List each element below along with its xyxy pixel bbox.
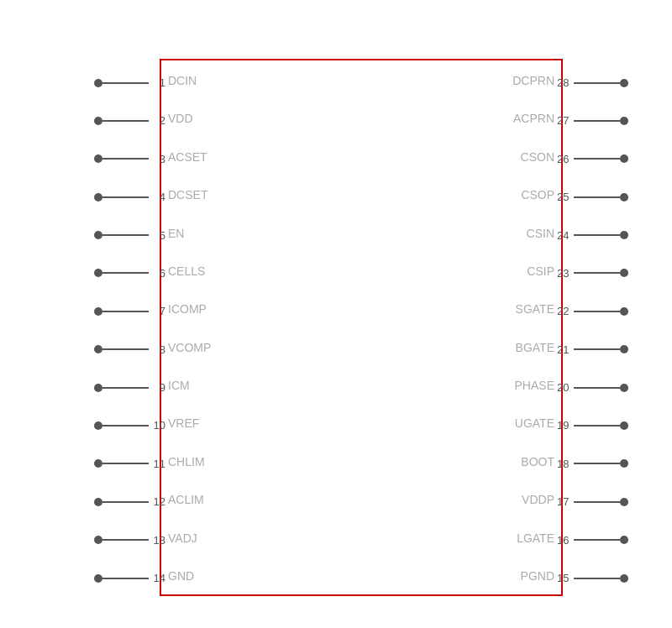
- left-pin-4: 4: [94, 191, 167, 203]
- pin-dot: [94, 79, 102, 87]
- left-pin-7: 7: [94, 305, 167, 317]
- pin-line: [574, 234, 620, 236]
- pin-line: [574, 272, 620, 274]
- pin-label-boot: BOOT: [521, 455, 554, 468]
- pin-label-gnd: GND: [168, 569, 194, 583]
- left-pin-2: 2: [94, 114, 167, 127]
- pin-dot: [94, 574, 102, 583]
- pin-label-ugate: UGATE: [515, 416, 554, 430]
- pin-line: [574, 539, 620, 541]
- pin-number: 16: [557, 534, 574, 547]
- pin-dot: [620, 117, 628, 125]
- pin-dot: [94, 231, 102, 239]
- right-pin-20: 20: [555, 381, 628, 394]
- pin-label-vdd: VDD: [168, 112, 193, 125]
- pin-number: 17: [557, 495, 574, 508]
- pin-number: 24: [557, 229, 574, 242]
- left-pin-13: 13: [94, 534, 167, 547]
- pin-number: 13: [149, 534, 165, 547]
- pin-line: [574, 120, 620, 122]
- pin-line: [574, 387, 620, 389]
- pin-label-dcprn: DCPRN: [512, 74, 554, 87]
- pin-line: [102, 196, 149, 198]
- pin-number: 2: [149, 114, 165, 127]
- pin-label-dcin: DCIN: [168, 74, 197, 87]
- right-pin-24: 24: [555, 229, 628, 242]
- pin-number: 19: [557, 419, 574, 432]
- pin-label-bgate: BGATE: [516, 341, 554, 354]
- pin-line: [574, 348, 620, 350]
- pin-label-en: EN: [168, 227, 184, 240]
- pin-number: 18: [557, 458, 574, 470]
- right-pin-26: 26: [555, 153, 628, 165]
- pin-dot: [94, 345, 102, 353]
- pin-number: 10: [149, 419, 165, 432]
- pin-number: 14: [149, 572, 165, 584]
- right-pin-18: 18: [555, 458, 628, 470]
- pin-number: 21: [557, 343, 574, 356]
- pin-dot: [620, 459, 628, 468]
- right-pin-28: 28: [555, 76, 628, 89]
- pin-label-sgate: SGATE: [516, 302, 554, 316]
- pin-label-icm: ICM: [168, 379, 190, 392]
- pin-dot: [94, 459, 102, 468]
- pin-line: [102, 272, 149, 274]
- pin-label-vddp: VDDP: [522, 493, 554, 506]
- pin-label-cson: CSON: [521, 150, 554, 164]
- pin-dot: [620, 154, 628, 163]
- left-pin-12: 12: [94, 495, 167, 508]
- pin-number: 1: [149, 76, 165, 89]
- pin-dot: [94, 421, 102, 430]
- pin-line: [574, 196, 620, 198]
- pin-number: 15: [557, 572, 574, 584]
- right-pin-15: 15: [555, 572, 628, 584]
- pin-line: [102, 82, 149, 84]
- right-pin-25: 25: [555, 191, 628, 203]
- right-pin-21: 21: [555, 343, 628, 356]
- pin-dot: [620, 231, 628, 239]
- pin-dot: [620, 421, 628, 430]
- pin-line: [574, 463, 620, 464]
- left-pin-14: 14: [94, 572, 167, 584]
- pin-dot: [94, 384, 102, 392]
- pin-dot: [620, 498, 628, 506]
- left-pin-10: 10: [94, 419, 167, 432]
- pin-line: [574, 425, 620, 427]
- pin-dot: [94, 117, 102, 125]
- pin-dot: [94, 498, 102, 506]
- pin-dot: [94, 154, 102, 163]
- right-pin-27: 27: [555, 114, 628, 127]
- pin-label-acprn: ACPRN: [513, 112, 554, 125]
- pin-number: 9: [149, 381, 165, 394]
- pin-dot: [94, 193, 102, 201]
- left-pin-6: 6: [94, 267, 167, 280]
- diagram-container: 1DCIN2VDD3ACSET4DCSET5EN6CELLS7ICOMP8VCO…: [25, 25, 647, 603]
- pin-number: 27: [557, 114, 574, 127]
- pin-line: [102, 463, 149, 464]
- pin-line: [574, 82, 620, 84]
- left-pin-11: 11: [94, 458, 167, 470]
- pin-number: 11: [149, 458, 165, 470]
- left-pin-8: 8: [94, 343, 167, 356]
- pin-number: 26: [557, 153, 574, 165]
- pin-dot: [620, 193, 628, 201]
- pin-line: [102, 120, 149, 122]
- pin-number: 4: [149, 191, 165, 203]
- right-pin-23: 23: [555, 267, 628, 280]
- left-pin-1: 1: [94, 76, 167, 89]
- pin-dot: [620, 345, 628, 353]
- pin-dot: [620, 307, 628, 316]
- right-pin-22: 22: [555, 305, 628, 317]
- pin-dot: [94, 536, 102, 544]
- pin-label-dcset: DCSET: [168, 188, 207, 201]
- pin-line: [574, 158, 620, 160]
- pin-label-lgate: LGATE: [517, 531, 554, 545]
- right-pin-19: 19: [555, 419, 628, 432]
- pin-dot: [94, 307, 102, 316]
- pin-number: 22: [557, 305, 574, 317]
- pin-dot: [620, 384, 628, 392]
- pin-label-pgnd: PGND: [521, 569, 554, 583]
- pin-label-aclim: ACLIM: [168, 493, 204, 506]
- pin-dot: [620, 269, 628, 277]
- pin-label-phase: PHASE: [515, 379, 554, 392]
